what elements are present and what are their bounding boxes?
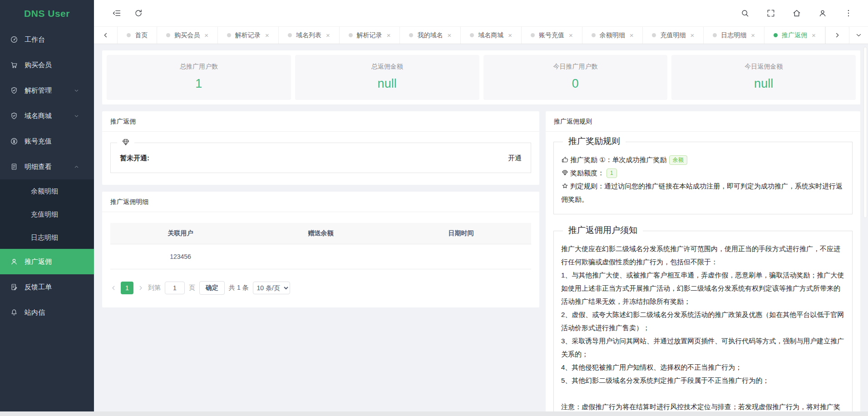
- tab-账号充值[interactable]: 账号充值 ×: [522, 27, 582, 44]
- table-column-header: 赠送余额: [251, 223, 391, 244]
- tab-余额明细[interactable]: 余额明细 ×: [582, 27, 643, 44]
- sidebar-item-站内信[interactable]: 站内信: [0, 300, 94, 325]
- tab-close-icon[interactable]: ×: [265, 32, 269, 39]
- tab-域名商城[interactable]: 域名商城 ×: [461, 27, 522, 44]
- notice-paragraphs: 推广大使应在幻影二级域名分发系统推广许可范围内，使用正当的手段方式进行推广，不应…: [561, 242, 845, 387]
- table-cell: [391, 244, 531, 269]
- stats-panel: 总推广用户数 1 总返佣金额 null 今日推广用户数 0 今日返佣金额 nul…: [102, 50, 860, 104]
- page-prev-button[interactable]: [110, 285, 117, 291]
- stat-label: 总推广用户数: [111, 63, 286, 71]
- chevron-right-icon: [834, 32, 841, 39]
- topbar-right: [740, 9, 853, 18]
- page-size-select[interactable]: 10 条/页: [253, 282, 290, 294]
- tab-close-icon[interactable]: ×: [690, 32, 694, 39]
- tabs-scroll-left-button[interactable]: [94, 27, 118, 44]
- tab-label: 解析记录: [235, 31, 261, 40]
- sidebar-item-域名商城[interactable]: 域名商城: [0, 103, 94, 129]
- notice-paragraph: 4、其他侵犯被推广用户知情权、选择权的不正当推广行为；: [561, 361, 845, 374]
- stat-card: 今日推广用户数 0: [483, 55, 668, 100]
- tab-dot: [127, 33, 131, 37]
- tabs-menu-button[interactable]: [849, 27, 868, 44]
- tab-dot: [288, 33, 292, 37]
- page-number-button[interactable]: 1: [121, 282, 133, 294]
- tab-label: 充值明细: [660, 31, 686, 40]
- tab-dot: [409, 33, 413, 37]
- notice-paragraph: 2、虚假、或夸大陈述幻影二级域名分发系统活动的推广政策及优惠（如在其他平台以低于…: [561, 308, 845, 334]
- total-count-label: 共 1 条: [229, 284, 249, 292]
- tab-我的域名[interactable]: 我的域名 ×: [400, 27, 461, 44]
- open-action-link[interactable]: 开通: [508, 154, 522, 163]
- table-column-header: 日期时间: [391, 223, 531, 244]
- rules-panel-title: 推广返佣规则: [546, 111, 860, 132]
- tab-close-icon[interactable]: ×: [326, 32, 330, 39]
- horizontal-scrollbar-track[interactable]: [0, 411, 868, 416]
- topbar: [94, 0, 868, 27]
- tab-close-icon[interactable]: ×: [812, 32, 816, 39]
- notice-paragraph: 推广大使应在幻影二级域名分发系统推广许可范围内，使用正当的手段方式进行推广，不应…: [561, 242, 845, 268]
- tab-推广返佣[interactable]: 推广返佣 ×: [764, 27, 825, 44]
- tab-dot: [166, 33, 170, 37]
- sidebar-item-推广返佣[interactable]: 推广返佣: [0, 249, 94, 274]
- reward-rule-lines: 推广奖励 ①：单次成功推广奖励余额 奖励额度：1 判定规则：通过访问您的推广链接…: [561, 153, 845, 206]
- sidebar-item-label: 站内信: [25, 308, 45, 317]
- tab-日志明细[interactable]: 日志明细 ×: [704, 27, 764, 44]
- tab-close-icon[interactable]: ×: [630, 32, 634, 39]
- fold-icon[interactable]: [112, 9, 121, 18]
- commission-table: 关联用户赠送余额日期时间 123456: [110, 223, 531, 269]
- sidebar-item-解析管理[interactable]: 解析管理: [0, 78, 94, 103]
- tab-close-icon[interactable]: ×: [751, 32, 755, 39]
- notice-legend: 推广返佣用户须知: [563, 224, 643, 236]
- refresh-icon[interactable]: [134, 9, 143, 18]
- thumbs-up-icon: [561, 156, 569, 163]
- vertical-scrollbar-thumb[interactable]: [863, 47, 867, 218]
- sidebar-item-label: 推广返佣: [25, 258, 52, 266]
- sidebar-item-工作台[interactable]: 工作台: [0, 27, 94, 52]
- tab-域名列表[interactable]: 域名列表 ×: [279, 27, 340, 44]
- stat-card: 今日返佣金额 null: [671, 55, 856, 100]
- tab-dot: [652, 33, 656, 37]
- notice-paragraph: 3、采取诱导用户访问其网站、并通过放置网页插件、可执行代码等方式，强制与用户建立…: [561, 334, 845, 361]
- goto-page-input[interactable]: [165, 282, 185, 294]
- stat-value: null: [676, 77, 851, 91]
- gem-legend: [117, 138, 134, 149]
- pagination: 1 到第 页 确定 共 1 条 10 条/页: [110, 281, 531, 295]
- goto-confirm-button[interactable]: 确定: [199, 281, 225, 295]
- rule-text: 推广奖励 ①：单次成功推广奖励: [570, 156, 667, 163]
- tab-close-icon[interactable]: ×: [508, 32, 512, 39]
- tab-购买会员[interactable]: 购买会员 ×: [157, 27, 218, 44]
- table-row: 123456: [110, 244, 531, 269]
- detail-panel-title: 推广返佣明细: [102, 192, 539, 212]
- gem-icon: [561, 169, 569, 177]
- tabs-scroll-right-button[interactable]: [826, 27, 849, 44]
- tab-close-icon[interactable]: ×: [204, 32, 208, 39]
- tab-解析记录[interactable]: 解析记录 ×: [340, 27, 400, 44]
- sidebar-submenu: 余额明细充值明细日志明细: [0, 179, 94, 249]
- sidebar-subitem-充值明细[interactable]: 充值明细: [0, 203, 94, 226]
- tab-label: 日志明细: [721, 31, 746, 40]
- sidebar-subitem-日志明细[interactable]: 日志明细: [0, 226, 94, 249]
- more-vertical-icon[interactable]: [844, 9, 853, 18]
- sidebar-item-明细查看[interactable]: 明细查看: [0, 154, 94, 179]
- sidebar-item-反馈工单[interactable]: 反馈工单: [0, 274, 94, 300]
- table-cell: 123456: [110, 244, 251, 269]
- sidebar-item-购买会员[interactable]: 购买会员: [0, 52, 94, 78]
- page-next-button[interactable]: [138, 285, 144, 291]
- reward-rule-line: 判定规则：通过访问您的推广链接在本站成功注册，即可判定为成功推广，系统实时进行返…: [561, 179, 845, 206]
- tab-label: 购买会员: [174, 31, 200, 40]
- tab-解析记录[interactable]: 解析记录 ×: [218, 27, 279, 44]
- chevron-down-icon: [855, 32, 862, 39]
- tab-close-icon[interactable]: ×: [569, 32, 573, 39]
- tab-close-icon[interactable]: ×: [447, 32, 451, 39]
- tab-label: 解析记录: [357, 31, 382, 40]
- sidebar-subitem-余额明细[interactable]: 余额明细: [0, 179, 94, 203]
- search-icon[interactable]: [740, 9, 750, 18]
- sidebar-item-账号充值[interactable]: 账号充值: [0, 129, 94, 154]
- tab-充值明细[interactable]: 充值明细 ×: [643, 27, 704, 44]
- tab-close-icon[interactable]: ×: [387, 32, 391, 39]
- tab-首页[interactable]: 首页: [118, 27, 157, 44]
- user-avatar-icon[interactable]: [818, 9, 827, 18]
- fullscreen-icon[interactable]: [766, 9, 775, 18]
- document-icon: [10, 163, 18, 171]
- home-icon[interactable]: [792, 9, 801, 18]
- cart-icon: [10, 61, 18, 69]
